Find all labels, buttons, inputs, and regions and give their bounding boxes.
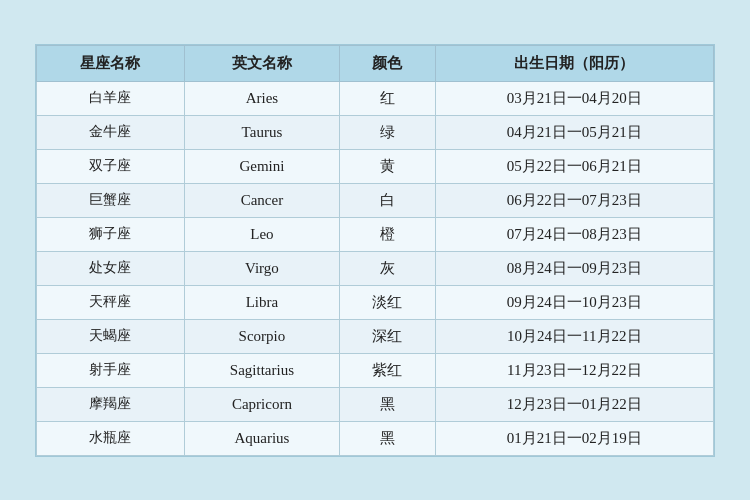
cell-chinese: 处女座 <box>37 251 185 285</box>
col-header-chinese: 星座名称 <box>37 45 185 81</box>
cell-chinese: 白羊座 <box>37 81 185 115</box>
table-row: 水瓶座Aquarius黑01月21日一02月19日 <box>37 421 714 455</box>
cell-chinese: 巨蟹座 <box>37 183 185 217</box>
table-row: 摩羯座Capricorn黑12月23日一01月22日 <box>37 387 714 421</box>
cell-color: 灰 <box>339 251 435 285</box>
cell-color: 紫红 <box>339 353 435 387</box>
cell-chinese: 摩羯座 <box>37 387 185 421</box>
cell-color: 橙 <box>339 217 435 251</box>
cell-dates: 04月21日一05月21日 <box>435 115 713 149</box>
cell-english: Sagittarius <box>184 353 339 387</box>
cell-english: Aries <box>184 81 339 115</box>
cell-english: Cancer <box>184 183 339 217</box>
table-row: 巨蟹座Cancer白06月22日一07月23日 <box>37 183 714 217</box>
cell-english: Virgo <box>184 251 339 285</box>
cell-english: Gemini <box>184 149 339 183</box>
cell-english: Taurus <box>184 115 339 149</box>
cell-chinese: 金牛座 <box>37 115 185 149</box>
cell-dates: 05月22日一06月21日 <box>435 149 713 183</box>
cell-dates: 10月24日一11月22日 <box>435 319 713 353</box>
cell-color: 白 <box>339 183 435 217</box>
table-row: 双子座Gemini黄05月22日一06月21日 <box>37 149 714 183</box>
cell-chinese: 水瓶座 <box>37 421 185 455</box>
cell-english: Scorpio <box>184 319 339 353</box>
table-row: 白羊座Aries红03月21日一04月20日 <box>37 81 714 115</box>
table-row: 处女座Virgo灰08月24日一09月23日 <box>37 251 714 285</box>
col-header-dates: 出生日期（阳历） <box>435 45 713 81</box>
table-header-row: 星座名称 英文名称 颜色 出生日期（阳历） <box>37 45 714 81</box>
cell-english: Aquarius <box>184 421 339 455</box>
cell-dates: 08月24日一09月23日 <box>435 251 713 285</box>
cell-chinese: 双子座 <box>37 149 185 183</box>
table-body: 白羊座Aries红03月21日一04月20日金牛座Taurus绿04月21日一0… <box>37 81 714 455</box>
cell-chinese: 天秤座 <box>37 285 185 319</box>
cell-color: 黑 <box>339 387 435 421</box>
table-row: 天秤座Libra淡红09月24日一10月23日 <box>37 285 714 319</box>
cell-dates: 01月21日一02月19日 <box>435 421 713 455</box>
cell-color: 淡红 <box>339 285 435 319</box>
cell-english: Libra <box>184 285 339 319</box>
cell-color: 黄 <box>339 149 435 183</box>
cell-color: 黑 <box>339 421 435 455</box>
table-row: 狮子座Leo橙07月24日一08月23日 <box>37 217 714 251</box>
cell-dates: 07月24日一08月23日 <box>435 217 713 251</box>
cell-english: Leo <box>184 217 339 251</box>
cell-chinese: 天蝎座 <box>37 319 185 353</box>
table-row: 天蝎座Scorpio深红10月24日一11月22日 <box>37 319 714 353</box>
zodiac-table: 星座名称 英文名称 颜色 出生日期（阳历） 白羊座Aries红03月21日一04… <box>36 45 714 456</box>
cell-dates: 09月24日一10月23日 <box>435 285 713 319</box>
cell-dates: 03月21日一04月20日 <box>435 81 713 115</box>
cell-chinese: 射手座 <box>37 353 185 387</box>
cell-dates: 11月23日一12月22日 <box>435 353 713 387</box>
table-row: 金牛座Taurus绿04月21日一05月21日 <box>37 115 714 149</box>
zodiac-table-container: 星座名称 英文名称 颜色 出生日期（阳历） 白羊座Aries红03月21日一04… <box>35 44 715 457</box>
cell-dates: 12月23日一01月22日 <box>435 387 713 421</box>
table-row: 射手座Sagittarius紫红11月23日一12月22日 <box>37 353 714 387</box>
cell-color: 绿 <box>339 115 435 149</box>
cell-color: 红 <box>339 81 435 115</box>
col-header-english: 英文名称 <box>184 45 339 81</box>
cell-chinese: 狮子座 <box>37 217 185 251</box>
cell-english: Capricorn <box>184 387 339 421</box>
col-header-color: 颜色 <box>339 45 435 81</box>
cell-color: 深红 <box>339 319 435 353</box>
cell-dates: 06月22日一07月23日 <box>435 183 713 217</box>
